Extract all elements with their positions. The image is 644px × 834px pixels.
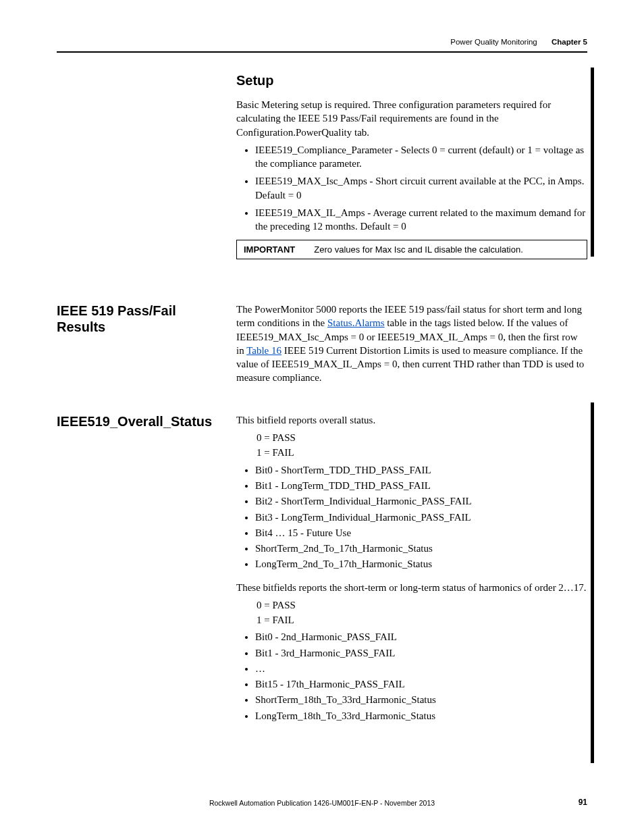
- page-number: 91: [579, 798, 587, 807]
- footer: Rockwell Automation Publication 1426-UM0…: [57, 799, 587, 807]
- overall-list-2: Bit0 - 2nd_Harmonic_PASS_FAIL Bit1 - 3rd…: [236, 630, 587, 723]
- header-title: Power Quality Monitoring: [450, 38, 537, 46]
- list-item: Bit15 - 17th_Harmonic_PASS_FAIL: [255, 677, 587, 691]
- list-item: Bit1 - 3rd_Harmonic_PASS_FAIL: [255, 646, 587, 660]
- list-item: IEEE519_MAX_IL_Amps - Average current re…: [255, 206, 587, 234]
- overall-section: This bitfield reports overall status. 0 …: [236, 413, 587, 729]
- list-item: Bit0 - 2nd_Harmonic_PASS_FAIL: [255, 630, 587, 644]
- fail-line-2: 1 = FAIL: [257, 613, 587, 628]
- list-item: Bit0 - ShortTerm_TDD_THD_PASS_FAIL: [255, 463, 587, 477]
- list-item: Bit4 … 15 - Future Use: [255, 526, 587, 540]
- footer-publication: Rockwell Automation Publication 1426-UM0…: [209, 799, 435, 807]
- setup-section: Setup Basic Metering setup is required. …: [236, 73, 587, 259]
- list-item: LongTerm_2nd_To_17th_Harmonic_Status: [255, 557, 587, 571]
- header-rule: [57, 51, 587, 53]
- text-fragment: IEEE 519 Current Distortion Limits is us…: [236, 345, 584, 384]
- list-item: ShortTerm_2nd_To_17th_Harmonic_Status: [255, 542, 587, 555]
- side-heading-results: IEEE 519 Pass/Fail Results: [57, 303, 225, 335]
- important-label: IMPORTANT: [244, 244, 295, 255]
- running-header: Power Quality Monitoring Chapter 5: [450, 38, 587, 46]
- results-paragraph: The PowerMonitor 5000 reports the IEEE 5…: [236, 303, 587, 385]
- status-alarms-link[interactable]: Status.Alarms: [327, 317, 385, 328]
- change-bar: [591, 68, 594, 257]
- list-item: LongTerm_18th_To_33rd_Harmonic_Status: [255, 709, 587, 723]
- setup-list: IEEE519_Compliance_Parameter - Selects 0…: [236, 143, 587, 234]
- table-16-link[interactable]: Table 16: [246, 345, 281, 356]
- overall-heading: IEEE519_Overall_Status: [57, 413, 225, 429]
- setup-intro: Basic Metering setup is required. Three …: [236, 98, 587, 139]
- list-item: Bit2 - ShortTerm_Individual_Harmonic_PAS…: [255, 494, 587, 508]
- pass-line: 0 = PASS: [257, 431, 587, 446]
- pass-line-2: 0 = PASS: [257, 598, 587, 613]
- list-item: ShortTerm_18th_To_33rd_Harmonic_Status: [255, 693, 587, 706]
- results-heading: IEEE 519 Pass/Fail Results: [57, 303, 225, 335]
- header-chapter: Chapter 5: [552, 38, 587, 46]
- side-heading-overall: IEEE519_Overall_Status: [57, 413, 225, 429]
- fail-line: 1 = FAIL: [257, 446, 587, 461]
- page: Power Quality Monitoring Chapter 5 Setup…: [0, 0, 644, 834]
- list-item: IEEE519_MAX_Isc_Amps - Short circuit cur…: [255, 174, 587, 202]
- list-item: Bit1 - LongTerm_TDD_THD_PASS_FAIL: [255, 479, 587, 492]
- list-item: …: [255, 662, 587, 675]
- change-bar: [591, 402, 594, 763]
- overall-intro: This bitfield reports overall status.: [236, 413, 587, 427]
- results-section: The PowerMonitor 5000 reports the IEEE 5…: [236, 303, 587, 389]
- overall-list: Bit0 - ShortTerm_TDD_THD_PASS_FAIL Bit1 …: [236, 463, 587, 571]
- important-box: IMPORTANT Zero values for Max Isc and IL…: [236, 240, 587, 259]
- list-item: IEEE519_Compliance_Parameter - Selects 0…: [255, 143, 587, 171]
- overall-para2: These bitfields reports the short-term o…: [236, 581, 587, 594]
- list-item: Bit3 - LongTerm_Individual_Harmonic_PASS…: [255, 511, 587, 524]
- setup-heading: Setup: [236, 73, 587, 88]
- important-text: Zero values for Max Isc and IL disable t…: [314, 244, 523, 255]
